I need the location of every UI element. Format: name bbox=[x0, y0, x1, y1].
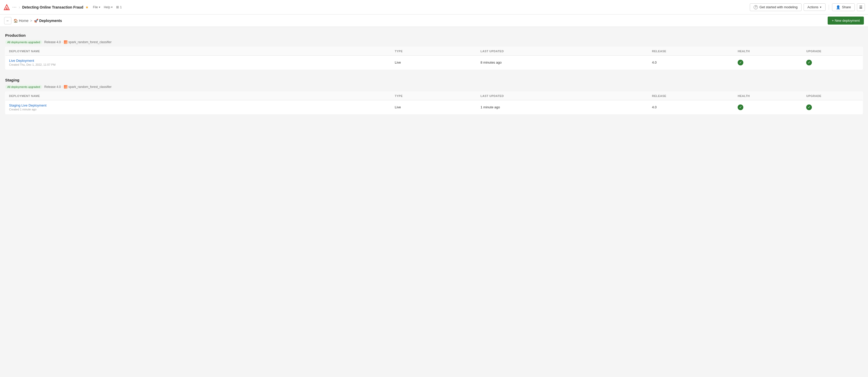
staging-title: Staging bbox=[5, 78, 863, 82]
current-page: 🚀 Deployments bbox=[34, 19, 62, 23]
notifications-count: 1 bbox=[120, 5, 122, 9]
user-icon: 👤 bbox=[836, 5, 840, 9]
upgrade-check-icon: ✓ bbox=[806, 60, 812, 65]
dot-separator: · bbox=[62, 40, 63, 44]
breadcrumb-separator: › bbox=[19, 5, 20, 9]
question-icon: ? bbox=[754, 5, 758, 9]
breadcrumb-chevron-icon: > bbox=[30, 19, 32, 23]
home-icon: 🏠 bbox=[13, 19, 18, 23]
health-check-icon: ✓ bbox=[738, 60, 743, 65]
deployment-created-date: Created Thu, Dec 1, 2022, 11:07 PM bbox=[9, 63, 388, 66]
file-caret-icon: ▼ bbox=[98, 6, 101, 8]
staging-health-cell: ✓ bbox=[734, 100, 803, 114]
staging-all-upgraded-badge: All deployments upgraded bbox=[5, 85, 42, 89]
deployments-icon: 🚀 bbox=[34, 19, 38, 23]
more-options-button[interactable]: ··· bbox=[12, 5, 17, 9]
header-release: RELEASE bbox=[648, 47, 734, 56]
header-last-updated: LAST UPDATED bbox=[477, 47, 648, 56]
live-deployment-link[interactable]: Live Deployment bbox=[9, 59, 34, 63]
staging-meta: All deployments upgraded Release 4.0 · s… bbox=[5, 85, 863, 89]
table-row: Staging Live Deployment Created 1 minute… bbox=[5, 100, 863, 114]
top-bar: ··· › Detecting Online Transaction Fraud… bbox=[0, 0, 868, 14]
production-release-info: Release 4.0 · spark_random_forest_classi… bbox=[44, 40, 112, 44]
staging-section: Staging All deployments upgraded Release… bbox=[5, 78, 863, 114]
back-button[interactable]: ← bbox=[4, 17, 11, 24]
new-deployment-button[interactable]: + New deployment bbox=[828, 17, 864, 25]
table-icon: ⊞ bbox=[116, 5, 119, 9]
notifications-area[interactable]: ⊞ 1 bbox=[116, 5, 122, 9]
nav-bar-left: ← 🏠 Home > 🚀 Deployments bbox=[4, 17, 62, 24]
staging-type-cell: Live bbox=[391, 100, 477, 114]
panels-button[interactable]: ☰ bbox=[857, 3, 865, 11]
type-cell: Live bbox=[391, 56, 477, 69]
help-menu[interactable]: Help ▼ bbox=[104, 5, 113, 9]
sub-menu: File ▼ Help ▼ ⊞ 1 bbox=[93, 5, 122, 9]
header-upgrade: UPGRADE bbox=[803, 47, 863, 56]
staging-upgrade-check-icon: ✓ bbox=[806, 104, 812, 110]
share-button[interactable]: 👤 Share bbox=[832, 3, 855, 11]
help-caret-icon: ▼ bbox=[111, 6, 113, 8]
get-started-label: Get started with modeling bbox=[760, 5, 797, 9]
home-label: Home bbox=[19, 19, 28, 23]
staging-upgrade-cell: ✓ bbox=[803, 100, 863, 114]
staging-model-name: spark_random_forest_classifier bbox=[68, 85, 112, 89]
project-title: Detecting Online Transaction Fraud bbox=[22, 5, 83, 9]
production-meta: All deployments upgraded Release 4.0 · s… bbox=[5, 40, 863, 44]
staging-table-header: DEPLOYMENT NAME TYPE LAST UPDATED RELEAS… bbox=[5, 92, 863, 100]
actions-button[interactable]: Actions ▼ bbox=[804, 3, 826, 11]
production-title: Production bbox=[5, 33, 863, 37]
production-section: Production All deployments upgraded Rele… bbox=[5, 33, 863, 69]
deployments-label: Deployments bbox=[39, 19, 62, 23]
staging-release-label: Release 4.0 bbox=[44, 85, 61, 89]
staging-table-body: Staging Live Deployment Created 1 minute… bbox=[5, 100, 863, 114]
staging-table: DEPLOYMENT NAME TYPE LAST UPDATED RELEAS… bbox=[5, 92, 863, 114]
share-label: Share bbox=[842, 5, 851, 9]
staging-health-check-icon: ✓ bbox=[738, 104, 743, 110]
nav-bar: ← 🏠 Home > 🚀 Deployments + New deploymen… bbox=[0, 14, 868, 27]
all-upgraded-badge: All deployments upgraded bbox=[5, 40, 42, 44]
staging-last-updated-cell: 1 minute ago bbox=[477, 100, 648, 114]
home-link[interactable]: 🏠 Home bbox=[13, 19, 28, 23]
health-cell: ✓ bbox=[734, 56, 803, 69]
get-started-button[interactable]: ? Get started with modeling bbox=[750, 3, 801, 11]
staging-deployment-created-date: Created 1 minute ago bbox=[9, 108, 388, 111]
actions-caret-icon: ▼ bbox=[819, 6, 822, 8]
new-deployment-label: + New deployment bbox=[832, 19, 860, 23]
production-release-label: Release 4.0 bbox=[44, 40, 61, 44]
staging-release-cell: 4.0 bbox=[648, 100, 734, 114]
upgrade-cell: ✓ bbox=[803, 56, 863, 69]
staging-header-last-updated: LAST UPDATED bbox=[477, 92, 648, 100]
top-bar-left: ··· › Detecting Online Transaction Fraud… bbox=[3, 4, 750, 11]
staging-header-release: RELEASE bbox=[648, 92, 734, 100]
production-model-name: spark_random_forest_classifier bbox=[68, 40, 112, 44]
production-table-body: Live Deployment Created Thu, Dec 1, 2022… bbox=[5, 56, 863, 69]
header-health: HEALTH bbox=[734, 47, 803, 56]
header-type: TYPE bbox=[391, 47, 477, 56]
breadcrumb: 🏠 Home > 🚀 Deployments bbox=[13, 19, 62, 23]
actions-label: Actions bbox=[807, 5, 818, 9]
table-row: Live Deployment Created Thu, Dec 1, 2022… bbox=[5, 56, 863, 69]
release-cell: 4.0 bbox=[648, 56, 734, 69]
back-arrow-icon: ← bbox=[6, 19, 9, 23]
deployment-name-cell: Live Deployment Created Thu, Dec 1, 2022… bbox=[5, 56, 391, 69]
favorite-star-icon[interactable]: ★ bbox=[85, 5, 89, 9]
production-table-header: DEPLOYMENT NAME TYPE LAST UPDATED RELEAS… bbox=[5, 47, 863, 56]
header-deployment-name: DEPLOYMENT NAME bbox=[5, 47, 391, 56]
last-updated-cell: 8 minutes ago bbox=[477, 56, 648, 69]
staging-live-deployment-link[interactable]: Staging Live Deployment bbox=[9, 103, 46, 107]
staging-header-type: TYPE bbox=[391, 92, 477, 100]
staging-header-upgrade: UPGRADE bbox=[803, 92, 863, 100]
panels-icon: ☰ bbox=[859, 5, 863, 9]
top-bar-right: ? Get started with modeling Actions ▼ 👤 … bbox=[750, 3, 865, 11]
production-table: DEPLOYMENT NAME TYPE LAST UPDATED RELEAS… bbox=[5, 47, 863, 69]
staging-deployment-name-cell: Staging Live Deployment Created 1 minute… bbox=[5, 100, 391, 114]
main-content: Production All deployments upgraded Rele… bbox=[0, 27, 868, 129]
staging-header-health: HEALTH bbox=[734, 92, 803, 100]
app-logo[interactable] bbox=[3, 4, 10, 11]
staging-dot-separator: · bbox=[62, 85, 63, 89]
file-menu[interactable]: File ▼ bbox=[93, 5, 101, 9]
divider bbox=[829, 5, 829, 10]
staging-model-icon bbox=[64, 85, 67, 89]
model-icon bbox=[64, 40, 67, 44]
staging-header-deployment-name: DEPLOYMENT NAME bbox=[5, 92, 391, 100]
